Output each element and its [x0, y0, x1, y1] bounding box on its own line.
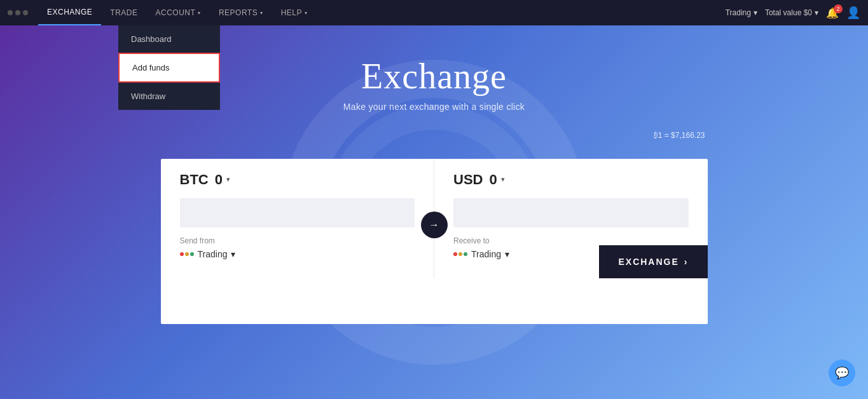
usd-chevron-icon[interactable]: ▾ [501, 175, 505, 184]
dropdown-item-dashboard[interactable]: Dashboard [118, 25, 220, 53]
reports-chevron-icon: ▾ [260, 10, 263, 16]
exchange-button[interactable]: EXCHANGE › [599, 245, 707, 278]
usd-currency-header: USD 0 ▾ [453, 172, 689, 188]
exchange-panel: BTC 0 ▾ Send from Trading ▾ [161, 159, 708, 324]
chat-icon: 💬 [835, 366, 849, 380]
send-account-selector[interactable]: Trading ▾ [180, 249, 415, 259]
dot-green [190, 252, 194, 256]
btc-amount-input[interactable] [180, 198, 415, 227]
dot-red-r [453, 252, 457, 256]
user-icon[interactable]: 👤 [846, 6, 860, 20]
nav-links: EXCHANGE TRADE ACCOUNT ▾ REPORTS ▾ HELP … [38, 0, 726, 25]
trading-chevron-icon: ▾ [754, 8, 757, 17]
hero-title: Exchange [343, 57, 525, 97]
window-controls [8, 10, 28, 15]
panel-left: BTC 0 ▾ Send from Trading ▾ [161, 159, 435, 278]
receive-account-chevron-icon: ▾ [505, 249, 509, 259]
nav-item-trade[interactable]: TRADE [101, 0, 146, 25]
exchange-button-label: EXCHANGE [618, 257, 679, 267]
chat-bubble-button[interactable]: 💬 [829, 360, 855, 386]
dot-2 [15, 10, 20, 15]
hero-subtitle: Make your next exchange with a single cl… [343, 102, 525, 112]
receive-account-label: Trading [471, 249, 501, 259]
usd-label: USD [453, 172, 483, 188]
btc-chevron-icon[interactable]: ▾ [226, 175, 230, 184]
dot-3 [23, 10, 28, 15]
notification-badge: 2 [834, 4, 843, 13]
dropdown-item-add-funds[interactable]: Add funds [118, 53, 220, 83]
nav-item-exchange[interactable]: EXCHANGE [38, 0, 101, 25]
nav-right: Trading ▾ Total value $0 ▾ 🔔 2 👤 [726, 6, 860, 20]
swap-arrow-button[interactable]: → [421, 212, 448, 238]
notification-button[interactable]: 🔔 2 [826, 7, 839, 19]
send-account-label: Trading [198, 249, 228, 259]
total-value-display: Total value $0 ▾ [765, 8, 818, 17]
dropdown-item-withdraw[interactable]: Withdraw [118, 83, 220, 110]
receive-account-dots [453, 252, 467, 256]
panel-inner: BTC 0 ▾ Send from Trading ▾ [161, 159, 708, 278]
nav-item-help[interactable]: HELP ▾ [272, 0, 317, 25]
help-chevron-icon: ▾ [305, 10, 308, 16]
dot-yellow-r [458, 252, 462, 256]
trading-selector[interactable]: Trading ▾ [726, 8, 757, 17]
exchange-arrow-icon: › [684, 257, 689, 267]
btc-amount: 0 [211, 172, 223, 188]
hero-section: Exchange Make your next exchange with a … [343, 57, 525, 112]
dot-yellow [185, 252, 189, 256]
usd-amount-input[interactable] [453, 198, 689, 227]
receive-to-label: Receive to [453, 236, 689, 245]
nav-item-account[interactable]: ACCOUNT ▾ [147, 0, 210, 25]
exchange-wrapper: ₿1 = $7,166.23 BTC 0 ▾ Send from [161, 131, 708, 324]
exchange-rate-display: ₿1 = $7,166.23 [161, 131, 708, 140]
dot-green-r [464, 252, 467, 256]
btc-currency-header: BTC 0 ▾ [180, 172, 415, 188]
navbar: EXCHANGE TRADE ACCOUNT ▾ REPORTS ▾ HELP … [0, 0, 868, 25]
account-chevron-icon: ▾ [198, 10, 201, 16]
send-account-chevron-icon: ▾ [231, 249, 235, 259]
send-from-label: Send from [180, 236, 415, 245]
total-value-chevron-icon: ▾ [815, 8, 818, 17]
dot-1 [8, 10, 13, 15]
usd-amount: 0 [485, 172, 497, 188]
nav-item-reports[interactable]: REPORTS ▾ [210, 0, 272, 25]
btc-label: BTC [180, 172, 209, 188]
dot-red [180, 252, 184, 256]
arrow-right-icon: → [429, 219, 439, 231]
account-dropdown: Dashboard Add funds Withdraw [118, 25, 220, 110]
send-account-dots [180, 252, 194, 256]
